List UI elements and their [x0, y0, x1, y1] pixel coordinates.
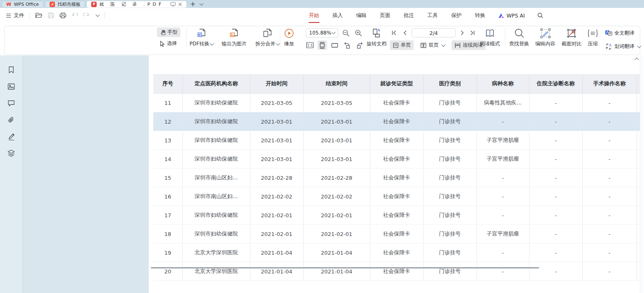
export-image-button[interactable]: 输出为图片	[222, 27, 247, 47]
table-cell: -	[529, 94, 582, 112]
table-row[interactable]: 20北京大学深圳医院2021-01-042021-01-04社会保障卡门诊挂号-…	[153, 262, 644, 281]
play-button[interactable]: 播放	[284, 27, 294, 47]
rotate-left-button[interactable]	[342, 40, 352, 50]
close-tab-icon[interactable]	[178, 2, 182, 6]
last-page-button[interactable]	[468, 28, 477, 37]
ribbon-tab-tools[interactable]: 工具	[427, 11, 438, 20]
next-page-button[interactable]	[458, 28, 467, 37]
select-tool-button[interactable]: 选择	[157, 39, 180, 48]
pdf-convert-button[interactable]: PDF转换	[190, 27, 213, 47]
vertical-scrollbar[interactable]	[640, 55, 644, 293]
zoom-level-select[interactable]: 105.88%	[306, 28, 338, 37]
new-tab-icon[interactable]: +	[190, 1, 195, 7]
compress-button[interactable]: 压缩	[587, 27, 598, 47]
redo-icon[interactable]	[83, 13, 90, 18]
table-row[interactable]: 18深圳市妇幼保健院2021-02-012021-02-01社会保障卡门诊挂号子…	[153, 225, 644, 243]
play-label: 播放	[284, 40, 294, 47]
screenshot-compare-button[interactable]: 截图对比	[562, 27, 582, 47]
divider	[186, 28, 187, 47]
table-cell: 17	[153, 206, 182, 225]
ribbon-tab-comment[interactable]: 批注	[403, 11, 414, 20]
open-file-icon[interactable]	[35, 12, 42, 18]
table-row[interactable]: 13深圳市妇幼保健院2021-03-012021-03-01社会保障卡门诊挂号子…	[153, 131, 644, 150]
word-translate-button[interactable]: A 划词翻译	[605, 42, 641, 51]
fit-page-button[interactable]	[330, 40, 339, 50]
attachment-icon[interactable]	[7, 116, 15, 124]
table-cell: 北京大学深圳医院	[182, 262, 250, 281]
divider	[105, 12, 105, 19]
table-cell: 16	[153, 187, 182, 206]
rotate-right-button[interactable]	[355, 40, 364, 50]
ribbon-tab-edit[interactable]: 编辑	[356, 11, 367, 20]
actual-size-button[interactable]: 1:1	[305, 40, 315, 50]
print-icon[interactable]	[60, 12, 66, 18]
table-bottom-scrollbar[interactable]	[151, 267, 539, 268]
tab-docer-templates[interactable]: 找稻壳模板	[45, 1, 85, 8]
split-merge-button[interactable]: 拆分合并	[255, 27, 280, 47]
zoom-out-button[interactable]	[342, 28, 350, 37]
wps-ai-label: WPS AI	[507, 12, 525, 19]
ribbon-tab-insert[interactable]: 插入	[332, 11, 343, 20]
tab-wps-office[interactable]: W WPS Office	[2, 1, 43, 8]
table-cell: -	[582, 131, 637, 150]
table-row[interactable]: 12深圳市妇幼保健院2021-03-012021-03-01社会保障卡门诊挂号-…	[153, 112, 644, 131]
table-row[interactable]: 11深圳市妇幼保健院2021-03-052021-03-05社会保障卡门诊挂号病…	[153, 94, 644, 112]
table-cell: 门诊挂号	[423, 169, 477, 187]
bookmark-icon[interactable]	[7, 66, 15, 74]
undo-icon[interactable]	[72, 13, 78, 18]
zoom-in-button[interactable]	[354, 28, 362, 37]
table-cell: 门诊挂号	[423, 187, 477, 206]
table-cell: 门诊挂号	[423, 94, 477, 112]
cursor-icon	[160, 41, 165, 47]
find-replace-button[interactable]: 查找替换	[509, 27, 529, 47]
double-page-button[interactable]: 双页	[417, 40, 448, 50]
quick-access-chevron-icon[interactable]	[96, 13, 100, 17]
table-cell: 门诊挂号	[423, 112, 477, 131]
table-row[interactable]: 17深圳市妇幼保健院2021-02-012021-02-01社会保障卡门诊挂号-…	[153, 206, 644, 225]
table-cell: 2021-03-01	[250, 131, 303, 150]
comment-icon[interactable]	[7, 99, 15, 107]
page-indicator-input[interactable]: 2/4	[412, 28, 456, 37]
collapse-toolbar-icon[interactable]	[634, 57, 638, 62]
table-row[interactable]: 15深圳市南山区妇...2021-02-282021-02-28社会保障卡门诊挂…	[153, 169, 644, 187]
hand-tool-button[interactable]: 手型	[157, 27, 180, 37]
fit-width-button[interactable]	[317, 40, 327, 50]
ribbon-tab-convert[interactable]: 转换	[474, 11, 486, 20]
table-cell: 社会保障卡	[370, 94, 423, 112]
table-cell: 18	[153, 225, 182, 243]
table-cell: 社会保障卡	[370, 169, 423, 187]
ribbon-tab-protect[interactable]: 保护	[451, 11, 462, 20]
save-icon[interactable]	[48, 12, 54, 18]
table-cell: -	[477, 187, 529, 206]
search-icon[interactable]	[537, 12, 543, 18]
first-page-button[interactable]	[390, 28, 398, 37]
edit-content-button[interactable]: 编辑内容	[535, 27, 555, 47]
previous-page-button[interactable]	[401, 28, 409, 37]
tab-list-chevron-icon[interactable]	[199, 1, 203, 5]
divider	[30, 12, 30, 19]
rotate-document-button[interactable]: 旋转文档	[367, 27, 387, 47]
table-cell: 2021-03-05	[303, 94, 370, 112]
thumbnails-icon[interactable]	[7, 82, 15, 91]
table-row[interactable]: 14深圳市妇幼保健院2021-03-012021-03-01社会保障卡门诊挂号子…	[153, 150, 644, 169]
table-cell: -	[529, 225, 582, 243]
chevron-down-icon	[442, 42, 446, 47]
table-row[interactable]: 16深圳市南山区妇...2021-02-022021-02-02社会保障卡门诊挂…	[153, 187, 644, 206]
file-menu[interactable]: 文件	[6, 12, 24, 19]
full-translate-button[interactable]: A 全文翻译	[605, 28, 641, 38]
table-cell: 子宫平滑肌瘤	[477, 131, 529, 150]
signature-icon[interactable]	[7, 132, 15, 141]
screenshot-compare-label: 截图对比	[562, 40, 582, 47]
tab-medical-record-pdf[interactable]: P 就 医 记 录 .PDF	[87, 1, 187, 8]
single-page-button[interactable]: 单页	[390, 40, 414, 50]
table-cell: 北京大学深圳医院	[182, 243, 250, 262]
layers-icon[interactable]	[7, 149, 15, 157]
ribbon-tab-page[interactable]: 页面	[379, 11, 391, 20]
table-cell: 深圳市妇幼保健院	[182, 150, 250, 169]
wps-ai-button[interactable]: WPS AI	[498, 12, 525, 19]
enter-screen-icon[interactable]	[170, 2, 176, 7]
table-row[interactable]: 19北京大学深圳医院2021-01-042021-01-04社会保障卡门诊挂号-…	[153, 243, 644, 262]
read-mode-button[interactable]: 阅读模式	[480, 27, 500, 47]
table-cell: 深圳市南山区妇...	[182, 187, 250, 206]
ribbon-tab-home[interactable]: 开始	[308, 11, 320, 20]
